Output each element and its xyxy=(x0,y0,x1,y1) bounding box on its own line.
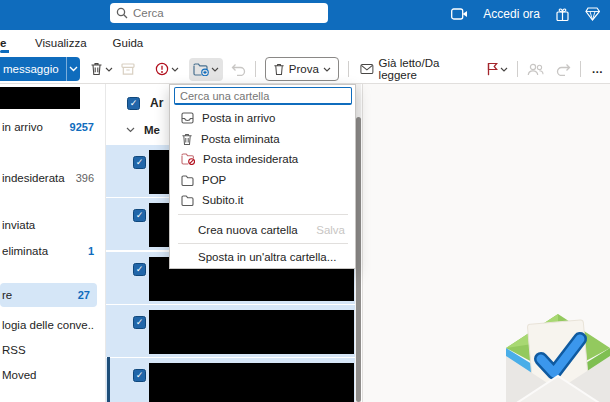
redacted-message-content xyxy=(149,363,354,402)
dropdown-separator xyxy=(178,243,348,244)
message-group-header[interactable]: Me xyxy=(106,120,160,140)
move-other-folder-item[interactable]: Sposta in un'altra cartella... xyxy=(171,246,355,268)
message-list-header: ✓ Ar xyxy=(106,92,163,114)
message-checkbox[interactable]: ✓ xyxy=(133,263,146,276)
sidebar-item-rss[interactable]: RSS xyxy=(0,341,101,359)
read-unread-button[interactable]: Già letto/Da leggere xyxy=(354,52,479,86)
toolbar-separator xyxy=(517,61,518,77)
delete-button[interactable] xyxy=(86,57,117,81)
search-input[interactable] xyxy=(133,7,322,19)
signin-link[interactable]: Accedi ora xyxy=(483,7,540,21)
sidebar-item-selected-folder[interactable]: re 27 xyxy=(0,283,97,307)
count-badge: 1 xyxy=(88,245,94,257)
dropdown-item-posta-indesiderata[interactable]: Posta indesiderata xyxy=(171,149,355,169)
message-group-label: Me xyxy=(144,124,160,136)
sidebar-item-posta-eliminata[interactable]: eliminata 1 xyxy=(0,242,101,260)
sidebar-item-posta-in-arrivo[interactable]: in arrivo 9257 xyxy=(0,118,101,136)
folder-sidebar: in arrivo 9257 indesiderata 396 inviata … xyxy=(0,84,101,402)
topbar: Accedi ora xyxy=(0,0,610,30)
dropdown-item-subito-it[interactable]: Subito.it xyxy=(171,190,355,210)
toolbar-overflow-button[interactable]: … xyxy=(586,61,610,77)
message-checkbox[interactable]: ✓ xyxy=(133,316,146,329)
unread-count-badge: 9257 xyxy=(70,121,94,133)
dropdown-item-posta-in-arrivo[interactable]: Posta in arrivo xyxy=(171,108,355,128)
sidebar-item-moved[interactable]: Moved xyxy=(0,366,101,384)
select-all-checkbox[interactable]: ✓ xyxy=(127,97,140,110)
folder-search-input[interactable] xyxy=(174,87,352,105)
new-message-label[interactable]: messaggio xyxy=(0,57,66,81)
dropdown-separator xyxy=(178,214,348,215)
focused-row-indicator xyxy=(107,357,110,402)
redacted-account-name xyxy=(0,87,80,109)
read-unread-label: Già letto/Da leggere xyxy=(379,57,473,81)
move-to-folder-dropdown: Posta in arrivo Posta eliminata Posta in… xyxy=(169,84,356,269)
toolbar-separator xyxy=(348,61,349,77)
count-badge: 396 xyxy=(76,172,94,184)
report-button[interactable] xyxy=(151,57,183,81)
create-folder-item[interactable]: Crea nuova cartella Salva xyxy=(171,217,355,242)
count-badge: 27 xyxy=(78,289,90,301)
camera-icon[interactable] xyxy=(451,8,468,20)
message-row[interactable]: ✓ xyxy=(106,305,358,358)
prova-label: Prova xyxy=(289,63,319,75)
toolbar: messaggio Prova xyxy=(0,55,610,84)
save-button[interactable]: Salva xyxy=(316,224,345,236)
sidebar-item-posta-inviata[interactable]: inviata xyxy=(0,216,101,234)
prova-button[interactable]: Prova xyxy=(265,57,339,81)
inbox-icon xyxy=(181,112,194,124)
folder-icon xyxy=(181,175,194,186)
tab-visualizza[interactable]: Visualizza xyxy=(35,33,87,53)
sidebar-item-posta-indesiderata[interactable]: indesiderata 396 xyxy=(0,169,101,187)
outlook-window: Accedi ora e Visualizza Guida messaggio xyxy=(0,0,610,402)
message-list-header-label: Ar xyxy=(150,96,163,110)
menubar: e Visualizza Guida xyxy=(0,30,610,55)
scrollbar-thumb[interactable] xyxy=(356,117,361,402)
new-message-chevron-icon[interactable] xyxy=(66,57,80,81)
dropdown-item-pop[interactable]: POP xyxy=(171,170,355,190)
tab-guida[interactable]: Guida xyxy=(113,33,144,53)
toolbar-separator xyxy=(580,61,581,77)
topbar-actions: Accedi ora xyxy=(451,0,600,28)
envelope-checkmark-illustration xyxy=(500,310,610,402)
search-icon xyxy=(116,7,128,19)
archive-button[interactable] xyxy=(117,58,139,81)
sidebar-item-cronologia-conversazioni[interactable]: logia delle conve... xyxy=(0,316,101,334)
message-row[interactable]: ✓ xyxy=(106,358,358,402)
dropdown-item-posta-eliminata[interactable]: Posta eliminata xyxy=(171,129,355,149)
message-checkbox[interactable]: ✓ xyxy=(133,209,146,222)
message-checkbox[interactable]: ✓ xyxy=(133,369,146,382)
redo-button[interactable] xyxy=(552,58,575,81)
folder-icon xyxy=(181,195,194,206)
diamond-icon[interactable] xyxy=(585,7,600,21)
move-to-folder-button[interactable] xyxy=(189,58,223,81)
gift-icon[interactable] xyxy=(555,7,570,22)
undo-button[interactable] xyxy=(227,58,250,81)
chevron-down-icon xyxy=(500,67,508,72)
trash-icon xyxy=(181,133,193,146)
search-box[interactable] xyxy=(110,3,328,23)
message-checkbox[interactable]: ✓ xyxy=(133,156,146,169)
chevron-down-icon xyxy=(211,67,219,72)
new-message-button[interactable]: messaggio xyxy=(0,57,80,81)
chevron-down-icon xyxy=(105,67,113,72)
chevron-down-icon xyxy=(323,67,331,72)
chevron-down-icon xyxy=(171,67,179,72)
toolbar-separator xyxy=(255,61,256,77)
flag-button[interactable] xyxy=(483,57,512,81)
tab-home-partial[interactable]: e xyxy=(0,33,9,53)
reading-pane xyxy=(362,84,610,402)
envelope-icon xyxy=(360,63,374,75)
redacted-message-content xyxy=(149,310,354,354)
blocked-folder-icon xyxy=(181,153,195,165)
group-collapse-chevron-icon[interactable] xyxy=(126,127,135,133)
people-button[interactable] xyxy=(523,58,548,81)
